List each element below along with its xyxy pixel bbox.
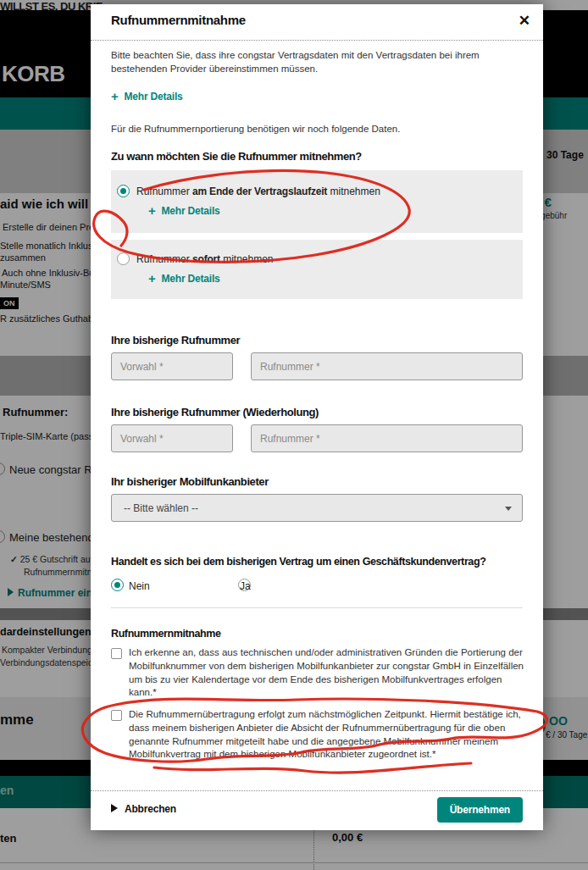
radio-business-no-label: Nein [129,580,150,592]
header-divider [91,40,543,41]
consent-heading: Rufnummernmitnahme [111,628,221,640]
business-question-heading: Handelt es sich bei dem bisherigen Vertr… [111,556,485,568]
section-divider [111,607,523,608]
option-immediately[interactable]: Rufnummer sofort mitnehmen +Mehr Details [111,240,523,299]
option-immediately-label: Rufnummer sofort mitnehmen [136,253,274,265]
close-icon[interactable]: ✕ [519,12,530,30]
intro-text: Bitte beachten Sie, dass ihre congstar V… [111,49,514,75]
consent2-text: Die Rufnummernübertragung erfolgt zum nä… [129,708,527,762]
plus-icon: + [111,89,119,103]
rufnummer-input[interactable] [251,352,523,380]
vorwahl-input[interactable] [111,352,233,380]
porting-modal: Rufnummernmitnahme ✕ Bitte beachten Sie,… [91,4,543,830]
porting-info-text: Für die Rufnummernportierung benötigen w… [111,123,518,136]
more-details-link[interactable]: +Mehr Details [111,88,183,103]
provider-heading: Ihr bisheriger Mobilfunkanbieter [111,475,269,488]
submit-button[interactable]: Übernehmen [437,797,523,823]
more-details-link-option2[interactable]: +Mehr Details [148,270,220,285]
triangle-icon [111,804,118,812]
number-repeat-heading: Ihre bisherige Rufnummer (Wiederholung) [111,406,319,418]
provider-select[interactable]: -- Bitte wählen -- [111,494,523,522]
option-end-of-contract[interactable]: Rufnummer am Ende der Vertragslaufzeit m… [111,170,523,233]
consent1-text: Ich erkenne an, dass aus technischen und… [129,646,525,700]
footer-divider [91,790,543,791]
consent2-checkbox[interactable] [111,710,122,721]
plus-icon: + [148,203,156,218]
consent1-checkbox[interactable] [111,648,122,659]
cancel-button[interactable]: Abbrechen [111,803,176,815]
chevron-down-icon [505,507,512,511]
radio-business-yes-label: Ja [240,580,251,592]
radio-immediately[interactable] [117,252,130,265]
option-end-of-contract-label: Rufnummer am Ende der Vertragslaufzeit m… [136,186,380,197]
modal-title: Rufnummernmitnahme [111,13,246,27]
page: WILLST ES. DU KRIE KORB 30 Tage aid wie … [0,0,588,870]
more-details-link-option1[interactable]: +Mehr Details [148,202,220,217]
vorwahl-repeat-input[interactable] [111,424,233,452]
when-question-heading: Zu wann möchten Sie die Rufnummer mitneh… [111,150,362,163]
rufnummer-repeat-input[interactable] [251,424,523,452]
number-heading: Ihre bisherige Rufnummer [111,334,240,346]
radio-end-of-contract[interactable] [117,185,130,197]
provider-select-value: -- Bitte wählen -- [124,502,198,514]
radio-business-no[interactable] [111,579,124,591]
plus-icon: + [148,271,156,285]
